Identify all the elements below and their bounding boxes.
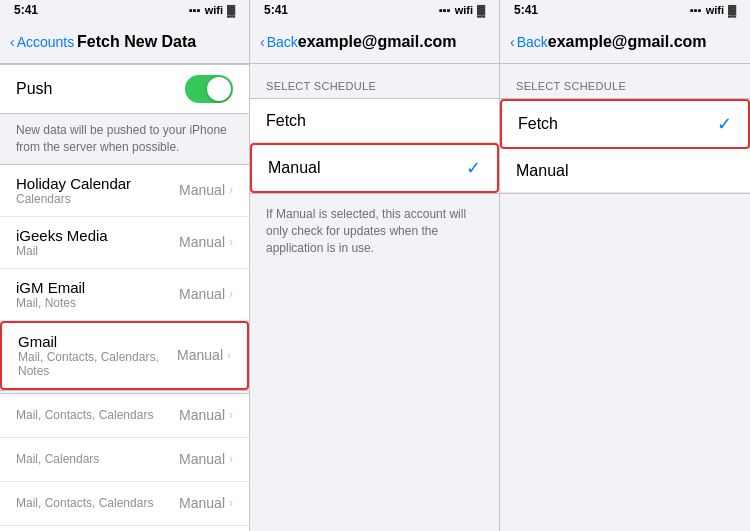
panel-gmail-schedule: 5:41 ▪▪▪ wifi ▓ ‹ Back example@gmail.com… xyxy=(250,0,500,531)
battery-icon: ▓ xyxy=(728,4,736,16)
content-3: SELECT SCHEDULE Fetch ✓ Manual xyxy=(500,64,750,531)
push-toggle-row[interactable]: Push xyxy=(0,64,249,114)
page-title-2: example@gmail.com xyxy=(298,33,457,51)
account-igm[interactable]: iGM Email Mail, Notes Manual › xyxy=(0,269,249,321)
chevron-icon: › xyxy=(229,235,233,249)
account-row-3[interactable]: Mail, Contacts, Calendars Manual › xyxy=(0,482,249,526)
checkmark-icon-2: ✓ xyxy=(466,157,481,179)
schedule-manual-2[interactable]: Manual ✓ xyxy=(250,143,499,193)
wifi-icon: wifi xyxy=(706,4,724,16)
page-title-3: example@gmail.com xyxy=(548,33,707,51)
account-subtitle: Calendars xyxy=(16,192,179,206)
nav-bar-2: ‹ Back example@gmail.com xyxy=(250,20,499,64)
schedule-note-2: If Manual is selected, this account will… xyxy=(250,196,499,266)
chevron-icon: › xyxy=(229,408,233,422)
status-bar-2: 5:41 ▪▪▪ wifi ▓ xyxy=(250,0,499,20)
account-row-4[interactable]: Mail, Contacts, Calendars Manual › xyxy=(0,526,249,531)
push-toggle[interactable] xyxy=(185,75,233,103)
push-label: Push xyxy=(16,80,52,98)
schedule-list-2: Fetch Manual ✓ xyxy=(250,98,499,194)
chevron-icon: › xyxy=(229,183,233,197)
back-label-2: Back xyxy=(267,34,298,50)
back-button-3[interactable]: ‹ Back xyxy=(510,34,548,50)
chevron-icon: › xyxy=(227,348,231,362)
signal-icon: ▪▪▪ xyxy=(189,4,201,16)
status-icons-2: ▪▪▪ wifi ▓ xyxy=(439,4,485,16)
chevron-icon: › xyxy=(229,287,233,301)
account-title: Holiday Calendar xyxy=(16,175,179,192)
content-1: Push New data will be pushed to your iPh… xyxy=(0,64,249,531)
signal-icon: ▪▪▪ xyxy=(439,4,451,16)
chevron-left-icon: ‹ xyxy=(10,34,15,50)
battery-icon: ▓ xyxy=(227,4,235,16)
time-3: 5:41 xyxy=(514,3,538,17)
battery-icon: ▓ xyxy=(477,4,485,16)
account-value: Manual › xyxy=(179,182,233,198)
schedule-fetch-2[interactable]: Fetch xyxy=(250,99,499,143)
chevron-icon: › xyxy=(229,452,233,466)
panel-gmail-schedule-fetch: 5:41 ▪▪▪ wifi ▓ ‹ Back example@gmail.com… xyxy=(500,0,750,531)
schedule-manual-3[interactable]: Manual xyxy=(500,149,750,193)
schedule-header-3: SELECT SCHEDULE xyxy=(500,64,750,98)
account-row-1[interactable]: Mail, Contacts, Calendars Manual › xyxy=(0,394,249,438)
back-label-1: Accounts xyxy=(17,34,75,50)
nav-bar-1: ‹ Accounts Fetch New Data xyxy=(0,20,249,64)
schedule-header-2: SELECT SCHEDULE xyxy=(250,64,499,98)
status-icons-3: ▪▪▪ wifi ▓ xyxy=(690,4,736,16)
account-row-2[interactable]: Mail, Calendars Manual › xyxy=(0,438,249,482)
nav-bar-3: ‹ Back example@gmail.com xyxy=(500,20,750,64)
checkmark-icon-3: ✓ xyxy=(717,113,732,135)
back-button-1[interactable]: ‹ Accounts xyxy=(10,34,74,50)
account-content: Holiday Calendar Calendars xyxy=(16,175,179,206)
account-gmail[interactable]: Gmail Mail, Contacts, Calendars, Notes M… xyxy=(0,321,249,390)
content-2: SELECT SCHEDULE Fetch Manual ✓ If Manual… xyxy=(250,64,499,531)
chevron-left-icon: ‹ xyxy=(260,34,265,50)
account-igeeks[interactable]: iGeeks Media Mail Manual › xyxy=(0,217,249,269)
accounts-list: Holiday Calendar Calendars Manual › iGee… xyxy=(0,164,249,391)
toggle-knob xyxy=(207,77,231,101)
chevron-left-icon: ‹ xyxy=(510,34,515,50)
wifi-icon: wifi xyxy=(205,4,223,16)
more-accounts-list: Mail, Contacts, Calendars Manual › Mail,… xyxy=(0,393,249,531)
signal-icon: ▪▪▪ xyxy=(690,4,702,16)
back-label-3: Back xyxy=(517,34,548,50)
schedule-fetch-3[interactable]: Fetch ✓ xyxy=(500,99,750,149)
account-holiday-calendar[interactable]: Holiday Calendar Calendars Manual › xyxy=(0,165,249,217)
wifi-icon: wifi xyxy=(455,4,473,16)
status-bar-3: 5:41 ▪▪▪ wifi ▓ xyxy=(500,0,750,20)
chevron-icon: › xyxy=(229,496,233,510)
schedule-list-3: Fetch ✓ Manual xyxy=(500,98,750,194)
page-title-1: Fetch New Data xyxy=(74,33,199,51)
back-button-2[interactable]: ‹ Back xyxy=(260,34,298,50)
time-1: 5:41 xyxy=(14,3,38,17)
push-description: New data will be pushed to your iPhone f… xyxy=(0,114,249,164)
status-bar-1: 5:41 ▪▪▪ wifi ▓ xyxy=(0,0,249,20)
time-2: 5:41 xyxy=(264,3,288,17)
panel-fetch-new-data: 5:41 ▪▪▪ wifi ▓ ‹ Accounts Fetch New Dat… xyxy=(0,0,250,531)
status-icons-1: ▪▪▪ wifi ▓ xyxy=(189,4,235,16)
